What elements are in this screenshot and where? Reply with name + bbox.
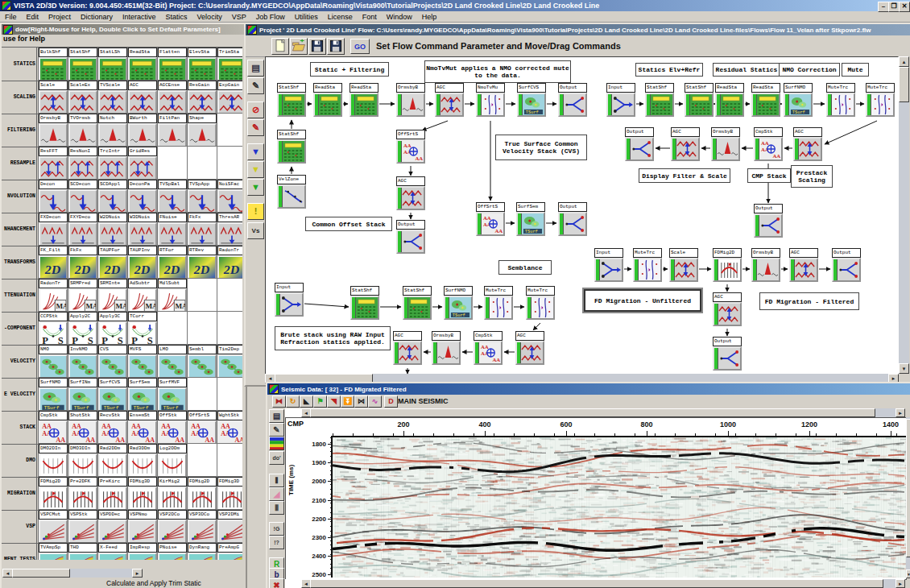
flow-node-velzone[interactable]: VelZone bbox=[277, 175, 306, 209]
flow-node-output[interactable]: Output bbox=[832, 248, 861, 282]
open-flow-icon[interactable] bbox=[290, 38, 308, 55]
flow-node-offsrts[interactable]: OffSrtSAAAAAA bbox=[476, 202, 505, 236]
flow-node-ormsbyb[interactable]: OrmsbyB bbox=[396, 83, 425, 117]
tool-button-shotstk[interactable]: ShotStkAAAAAA bbox=[68, 411, 97, 443]
palette-icon[interactable] bbox=[269, 437, 284, 450]
flow-node-input[interactable]: Input bbox=[275, 283, 304, 317]
tool-button-tvampsp[interactable]: TVAmpSp bbox=[39, 543, 68, 560]
tool-button-surfnmo[interactable]: SurfNMOTSurf bbox=[39, 378, 68, 410]
tool-button-vspnmo[interactable]: VSPNmo bbox=[128, 510, 157, 542]
tool-button-elevsta[interactable]: ElevSta bbox=[188, 48, 217, 80]
tool-button-bulkshf[interactable]: BulkShf bbox=[39, 48, 68, 80]
flow-node-output[interactable]: Output bbox=[558, 202, 587, 236]
tool-button-trcintr[interactable]: TrcIntr bbox=[98, 147, 127, 179]
seismic-top-hscrollbar[interactable]: ◄ ► bbox=[301, 408, 905, 417]
menu-item-project[interactable]: Project bbox=[43, 13, 76, 21]
flow-node-fdmig2d[interactable]: FDMig2D bbox=[713, 248, 742, 282]
tool-button-kirmig2[interactable]: KirMig2 bbox=[158, 477, 187, 509]
tool-button-fxdecon[interactable]: FXDecon bbox=[39, 213, 68, 245]
flow-annotation[interactable]: Residual Statics bbox=[713, 63, 780, 77]
tool-button-ormsbyb[interactable]: OrmsbyB bbox=[39, 114, 68, 146]
tool-button-fdmig3d[interactable]: FDMig3D bbox=[128, 477, 157, 509]
flow-annotation[interactable]: Prestack Scaling bbox=[791, 165, 833, 188]
tool-button-vspddec[interactable]: VSPDDec bbox=[98, 510, 127, 542]
flow-node-surfcvs[interactable]: SurfCVSTSurf bbox=[517, 83, 546, 117]
tool-button-rad2ddm[interactable]: Rad2DDm bbox=[98, 444, 127, 476]
tool-button-thresar[interactable]: ThresAR bbox=[217, 213, 242, 245]
flow-node-readsta[interactable]: ReadSta bbox=[313, 83, 342, 117]
tool-button-resfft[interactable]: ResFFT bbox=[39, 147, 68, 179]
tool-button-resgain[interactable]: ResGain bbox=[188, 81, 217, 113]
tool-button-tvormsb[interactable]: TVOrmsb bbox=[68, 114, 97, 146]
main-close-button[interactable]: ✕ bbox=[899, 2, 910, 12]
tool-button-fdmig2d[interactable]: FDMig2D bbox=[39, 477, 68, 509]
flow-annotation[interactable]: Static + Filtering bbox=[310, 62, 389, 77]
tool-button-dmo2din[interactable]: DMO2DIn bbox=[39, 444, 68, 476]
tool-button-pnoise[interactable]: PNoise bbox=[158, 543, 187, 560]
tool-button-recvstk[interactable]: RecvStkAAAAAA bbox=[98, 411, 127, 443]
flow-node-cmpstk[interactable]: CmpStkAAAAAA bbox=[474, 331, 503, 365]
flow-node-statshf[interactable]: StatShf bbox=[645, 83, 674, 117]
flow-node-nmotvmu[interactable]: NmoTvMu bbox=[476, 83, 505, 117]
flow-node-mutetrc[interactable]: MuteTrc bbox=[484, 286, 513, 320]
tool-button-noisfac[interactable]: NoiSFac bbox=[217, 180, 242, 212]
seismic-bottom-scroll-thumb[interactable] bbox=[310, 579, 883, 588]
flow-vscrollbar[interactable]: ▲ ▼ bbox=[899, 56, 909, 374]
tool-button-fnoise[interactable]: FNoise bbox=[158, 213, 187, 245]
menu-item-font[interactable]: Font bbox=[358, 13, 382, 21]
tool-button-w2dnois[interactable]: W2DNois bbox=[98, 213, 127, 245]
seismic-section-image[interactable] bbox=[331, 436, 906, 578]
header-list-icon[interactable]: ▤ bbox=[269, 409, 284, 423]
tool-button-rtrev[interactable]: RTRev2D bbox=[188, 246, 217, 278]
tool-button-fkfx[interactable]: FkFx bbox=[188, 213, 217, 245]
save-as-flow-icon[interactable] bbox=[327, 38, 345, 55]
menu-item-interactive[interactable]: Interactive bbox=[118, 13, 161, 21]
flow-node-readsta[interactable]: ReadSta bbox=[751, 83, 780, 117]
gain-icon[interactable]: !G bbox=[269, 522, 284, 536]
menu-item-edit[interactable]: Edit bbox=[22, 13, 44, 21]
tool-button-surfsem[interactable]: SurfSemTSurf bbox=[128, 378, 157, 410]
tool-button-notch[interactable]: Notch bbox=[98, 114, 127, 146]
tool-button-thd[interactable]: THD bbox=[68, 543, 97, 560]
tool-button-ccpstk[interactable]: CCPStkPS bbox=[39, 312, 68, 344]
funnel-green-icon[interactable]: ▼ bbox=[247, 179, 264, 196]
tool-button-radontr[interactable]: RadonTr2D bbox=[217, 246, 242, 278]
menu-item-job-flow[interactable]: Job Flow bbox=[251, 13, 290, 21]
tool-button-gridres[interactable]: GridRes bbox=[128, 147, 157, 179]
tool-button-readsta[interactable]: ReadSta bbox=[128, 48, 157, 80]
tool-button-cvs[interactable]: CVS bbox=[98, 345, 127, 377]
comb-display-icon[interactable]: ⦀ bbox=[269, 474, 284, 487]
tool-button-statshf[interactable]: StatShf bbox=[68, 48, 97, 80]
tool-button-scdappl[interactable]: SCDAppl bbox=[98, 180, 127, 212]
tool-button-scale[interactable]: Scale bbox=[39, 81, 68, 113]
tool-button-expgain[interactable]: ExpGain bbox=[217, 81, 242, 113]
no-entry-icon[interactable]: ⊘ bbox=[247, 101, 264, 118]
seismic-vscrollbar[interactable]: ▼ bbox=[906, 417, 910, 578]
flow-node-agc[interactable]: AGC bbox=[793, 127, 822, 161]
tool-button-fdmig3d[interactable]: FDMig3D bbox=[217, 477, 242, 509]
flow-node-ormsbyb[interactable]: OrmsbyB bbox=[432, 331, 461, 365]
menu-item-utilities[interactable]: Utilities bbox=[290, 13, 323, 21]
flow-annotation[interactable]: NMO Correction bbox=[779, 63, 840, 77]
tool-button-wghtstk[interactable]: WghtStkAAAAAA bbox=[217, 411, 242, 443]
grid-snap-icon[interactable]: ▤ bbox=[247, 60, 264, 77]
flow-node-agc[interactable]: AGC bbox=[393, 331, 422, 365]
menu-item-vsp[interactable]: VSP bbox=[227, 13, 251, 21]
seismic-top-scroll-right[interactable]: ► bbox=[896, 408, 905, 417]
tool-button-srminte[interactable]: SRMInteMA bbox=[98, 279, 127, 311]
flow-node-statshf[interactable]: StatShf bbox=[277, 83, 306, 117]
flow-node-scale[interactable]: Scale bbox=[669, 248, 698, 282]
flow-node-agc[interactable]: AGC bbox=[396, 176, 425, 210]
flow-node-statshf[interactable]: StatShf bbox=[277, 130, 306, 164]
flow-node-ormsbyb[interactable]: OrmsbyB bbox=[751, 248, 780, 282]
flow-node-surfnmo[interactable]: SurfNMOTSurf bbox=[784, 83, 813, 117]
tool-button-tim2dep[interactable]: Tim2Dep bbox=[217, 345, 242, 377]
tool-button-trimsta[interactable]: TrimSta bbox=[217, 48, 242, 80]
flow-annotation[interactable]: Display Filter & Scale bbox=[639, 168, 730, 183]
tool-button-statlsh[interactable]: StatLSh bbox=[98, 48, 127, 80]
tool-button-cmpstk[interactable]: CmpStkAAAAAA bbox=[39, 411, 68, 443]
tool-button-vspstk[interactable]: VSPStk bbox=[68, 510, 97, 542]
tool-button-srmpred[interactable]: SRMPredMA bbox=[68, 279, 97, 311]
tool-button-rad3ddm[interactable]: Rad3DDm bbox=[128, 444, 157, 476]
tool-button-tcorr[interactable]: TCorrPS bbox=[128, 312, 157, 344]
